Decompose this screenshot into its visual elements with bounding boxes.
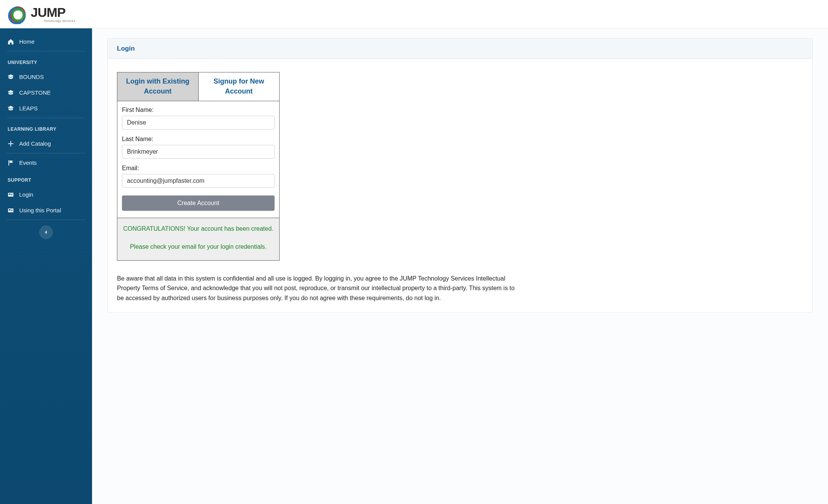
form-group-email: Email:	[122, 165, 275, 188]
sidebar-item-label: CAPSTONE	[19, 89, 51, 96]
sidebar-item-label: Events	[19, 159, 37, 166]
top-header: JUMP Technology Services	[0, 0, 828, 28]
email-label: Email:	[122, 165, 275, 172]
first-name-label: First Name:	[122, 107, 275, 113]
chevron-left-icon	[44, 230, 48, 235]
sidebar-item-label: LEAPS	[19, 105, 38, 112]
card-header: Login	[108, 39, 812, 59]
sidebar-item-using-portal[interactable]: Using this Portal	[0, 202, 92, 218]
page-title: Login	[117, 45, 135, 52]
svg-rect-7	[11, 210, 13, 211]
brand-name: JUMP	[31, 6, 76, 19]
svg-rect-3	[11, 195, 13, 195]
id-card-icon	[8, 192, 14, 198]
plus-icon	[8, 141, 14, 147]
sidebar-item-leaps[interactable]: LEAPS	[0, 100, 92, 116]
form-group-last-name: Last Name:	[122, 136, 275, 159]
last-name-input[interactable]	[122, 145, 275, 159]
sidebar-heading-support: SUPPORT	[0, 171, 92, 187]
sidebar-collapse-button[interactable]	[39, 225, 53, 239]
first-name-input[interactable]	[122, 116, 275, 130]
sidebar-item-label: BOUNDS	[19, 74, 44, 80]
svg-rect-2	[11, 194, 13, 194]
brand-tagline: Technology Services	[44, 20, 76, 22]
logo-text-block: JUMP Technology Services	[31, 6, 76, 22]
svg-rect-5	[9, 209, 10, 210]
flag-icon	[8, 160, 14, 166]
sidebar-item-capstone[interactable]: CAPSTONE	[0, 85, 92, 100]
tab-login-existing[interactable]: Login with Existing Account	[117, 72, 199, 101]
graduation-cap-icon	[8, 105, 14, 112]
create-account-button[interactable]: Create Account	[122, 195, 275, 211]
tab-row: Login with Existing Account Signup for N…	[117, 72, 279, 101]
sidebar-item-bounds[interactable]: BOUNDS	[0, 69, 92, 85]
sidebar-item-home[interactable]: Home	[0, 34, 92, 49]
sidebar-item-add-catalog[interactable]: Add Catalog	[0, 136, 92, 151]
login-box: Login with Existing Account Signup for N…	[117, 72, 280, 261]
id-card-icon	[8, 207, 14, 213]
sidebar-item-label: Add Catalog	[19, 140, 51, 147]
form-group-first-name: First Name:	[122, 107, 275, 130]
last-name-label: Last Name:	[122, 136, 275, 143]
sidebar-divider	[7, 153, 85, 153]
sidebar-item-events[interactable]: Events	[0, 155, 92, 171]
sidebar-item-login[interactable]: Login	[0, 187, 92, 202]
logo-rings-icon	[7, 4, 30, 24]
sidebar: Home UNIVERSITY BOUNDS CAPSTONE LEAPS LE…	[0, 28, 92, 504]
sidebar-heading-learning-library: LEARNING LIBRARY	[0, 120, 92, 136]
login-card: Login Login with Existing Account Signup…	[107, 38, 813, 313]
success-line-2: Please check your email for your login c…	[123, 242, 274, 252]
graduation-cap-icon	[8, 74, 14, 80]
signup-form: First Name: Last Name: Email: Create Acc…	[117, 101, 279, 218]
card-body: Login with Existing Account Signup for N…	[108, 59, 812, 312]
sidebar-heading-university: UNIVERSITY	[0, 53, 92, 69]
sidebar-divider	[7, 220, 85, 220]
success-message: CONGRATULATIONS! Your account has been c…	[117, 218, 279, 260]
tab-signup-new[interactable]: Signup for New Account	[199, 72, 280, 101]
sidebar-item-label: Home	[19, 38, 35, 45]
brand-logo[interactable]: JUMP Technology Services	[7, 4, 76, 24]
graduation-cap-icon	[8, 90, 14, 96]
sidebar-divider	[7, 118, 85, 118]
svg-rect-1	[9, 194, 10, 195]
email-input[interactable]	[122, 174, 275, 188]
sidebar-item-label: Using this Portal	[19, 207, 61, 213]
svg-rect-6	[11, 210, 13, 210]
sidebar-divider	[7, 51, 85, 51]
success-line-1: CONGRATULATIONS! Your account has been c…	[123, 224, 274, 234]
home-icon	[8, 39, 14, 45]
main-content: Login Login with Existing Account Signup…	[92, 28, 828, 504]
sidebar-item-label: Login	[19, 191, 33, 198]
disclaimer-text: Be aware that all data in this system is…	[117, 274, 516, 303]
